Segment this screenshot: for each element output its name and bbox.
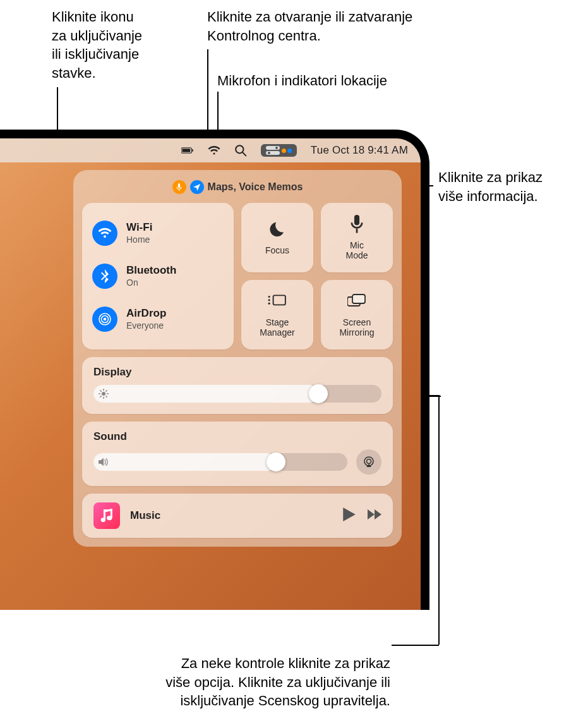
airplay-icon [363,456,375,468]
volume-slider[interactable] [93,453,347,471]
focus-tile[interactable]: Focus [241,203,313,272]
svg-rect-14 [354,215,359,225]
screen-mirroring-icon [347,292,366,313]
callout-more-options: Za neke kontrole kliknite za prikaz više… [125,654,390,710]
svg-rect-9 [178,183,180,188]
privacy-apps-label: Maps, Voice Memos [208,181,303,193]
svg-point-17 [268,296,270,298]
play-button[interactable] [342,507,356,524]
sound-card[interactable]: Sound [82,422,393,486]
wifi-status: Home [126,234,152,245]
stage-manager-icon [268,292,287,313]
mic-icon [172,180,186,194]
battery-icon [181,145,194,155]
wifi-icon [208,145,220,155]
bluetooth-toggle-icon[interactable] [92,264,117,289]
bluetooth-title: Bluetooth [126,264,176,277]
now-playing-card[interactable]: Music [82,494,393,538]
svg-rect-16 [273,295,285,305]
mic-mode-tile[interactable]: Mic Mode [321,203,393,272]
menubar-datetime[interactable]: Tue Oct 18 9:41 AM [311,144,408,157]
device-frame: Tue Oct 18 9:41 AM Maps, Voice Memos Wi [0,130,429,610]
privacy-status-pill[interactable]: Maps, Voice Memos [172,180,303,194]
svg-rect-10 [179,189,179,190]
mic-mode-label: Mic Mode [345,240,368,260]
mic-mode-icon [347,215,366,236]
control-center-menubar-button[interactable] [261,144,297,157]
svg-rect-36 [111,509,112,518]
airdrop-toggle-icon[interactable] [92,307,117,332]
svg-line-28 [106,396,107,397]
svg-point-19 [268,303,270,305]
svg-point-18 [268,299,270,301]
airdrop-row[interactable]: AirDrop Everyone [92,307,224,332]
svg-point-22 [102,392,105,396]
spotlight-icon[interactable] [234,145,247,155]
next-track-button[interactable] [368,507,381,524]
svg-rect-21 [352,295,365,303]
menubar: Tue Oct 18 9:41 AM [0,138,421,162]
callout-mic-location-indicators: Mikrofon i indikatori lokacije [217,71,387,90]
screen-mirroring-tile[interactable]: Screen Mirroring [321,280,393,349]
display-title: Display [93,366,381,379]
svg-point-6 [275,147,278,149]
wifi-title: Wi-Fi [126,221,152,234]
airdrop-title: AirDrop [126,307,166,320]
svg-line-27 [100,391,101,391]
leader-cc-v [207,49,208,138]
svg-point-32 [367,459,371,464]
control-center-panel: Maps, Voice Memos Wi-Fi Home [73,170,402,547]
display-card[interactable]: Display [82,357,393,414]
bluetooth-status: On [126,277,176,288]
sun-icon [99,389,109,399]
svg-point-8 [268,152,270,154]
svg-rect-1 [182,149,190,152]
callout-more-info: Kliknite za prikaz više informacija. [438,168,543,205]
bracket-partial-bot [392,645,439,646]
airdrop-status: Everyone [126,320,166,331]
wifi-row[interactable]: Wi-Fi Home [92,221,224,246]
now-playing-title: Music [130,509,332,522]
connectivity-card: Wi-Fi Home Bluetooth On [82,203,234,349]
mic-indicator-dot [282,149,286,153]
bluetooth-row[interactable]: Bluetooth On [92,264,224,289]
stage-manager-tile[interactable]: Stage Manager [241,280,313,349]
music-note-icon [100,509,114,523]
svg-line-29 [100,396,101,397]
stage-manager-label: Stage Manager [260,317,294,337]
wifi-toggle-icon[interactable] [92,221,117,246]
sound-title: Sound [93,430,381,443]
airplay-audio-button[interactable] [356,449,381,475]
bracket-partial-v [438,395,440,645]
callout-toggle-item: Kliknite ikonu za uključivanje ili isklj… [52,8,142,83]
svg-line-30 [106,391,107,391]
svg-line-4 [243,152,246,155]
location-indicator-dot [287,149,292,153]
brightness-slider[interactable] [93,385,381,403]
svg-point-13 [104,318,107,321]
screen-mirroring-label: Screen Mirroring [339,317,374,337]
speaker-icon [99,457,109,467]
svg-rect-15 [356,229,358,233]
callout-open-close-cc: Kliknite za otvaranje ili zatvaranje Kon… [207,8,412,45]
svg-rect-2 [192,149,193,152]
moon-icon [268,220,287,241]
music-artwork [93,502,120,529]
svg-rect-35 [104,510,105,519]
location-icon [190,180,204,194]
svg-point-3 [236,145,243,153]
focus-label: Focus [265,245,289,255]
